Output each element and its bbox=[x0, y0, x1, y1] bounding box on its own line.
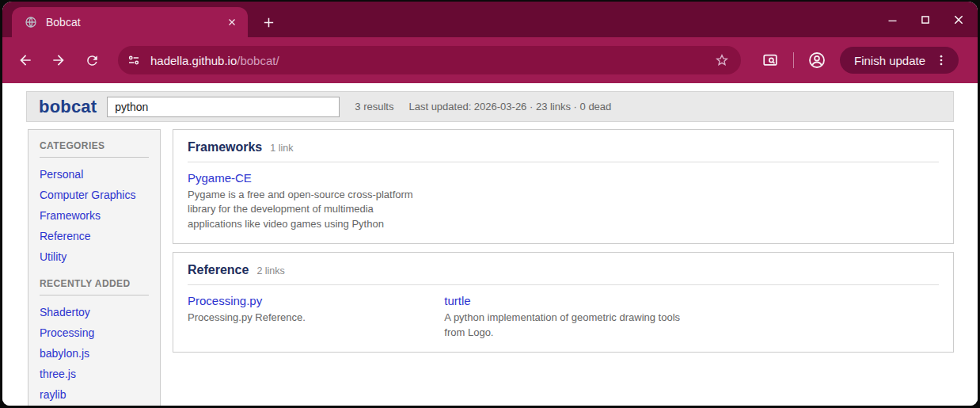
sidebar-item-babylonjs[interactable]: babylon.js bbox=[40, 343, 149, 364]
category-card-reference: Reference 2 links Processing.py Processi… bbox=[173, 252, 954, 353]
link-turtle[interactable]: turtle bbox=[444, 294, 470, 307]
sidebar-item-shadertoy[interactable]: Shadertoy bbox=[40, 302, 149, 322]
link-description: Processing.py Reference. bbox=[188, 311, 425, 325]
content-area: CATEGORIES Personal Computer Graphics Fr… bbox=[28, 129, 954, 406]
card-header: Frameworks 1 link bbox=[188, 140, 939, 154]
card-title: Reference bbox=[188, 263, 249, 277]
sidebar-item-reference[interactable]: Reference bbox=[40, 226, 149, 246]
close-window-icon[interactable] bbox=[952, 13, 965, 26]
results-list: Frameworks 1 link Pygame-CE Pygame is a … bbox=[173, 129, 954, 353]
page-content: bobcat 3 results Last updated: 2026-03-2… bbox=[2, 83, 978, 406]
menu-dots-icon[interactable] bbox=[932, 51, 951, 70]
profile-icon[interactable] bbox=[805, 48, 829, 72]
bookmark-star-icon[interactable] bbox=[714, 52, 730, 68]
back-icon[interactable] bbox=[12, 47, 39, 74]
link-description: A python implementation of geometric dra… bbox=[444, 311, 682, 340]
browser-tab[interactable]: Bobcat bbox=[12, 7, 248, 37]
link-entry-turtle: turtle A python implementation of geomet… bbox=[444, 294, 682, 340]
link-pygame-ce[interactable]: Pygame-CE bbox=[188, 171, 252, 185]
link-description: Pygame is a free and open-source cross-p… bbox=[188, 188, 425, 231]
sidebar-item-raylib[interactable]: raylib bbox=[40, 384, 149, 405]
card-title: Frameworks bbox=[188, 140, 262, 154]
sidebar-item-processing[interactable]: Processing bbox=[40, 322, 149, 343]
tune-icon[interactable] bbox=[127, 53, 141, 67]
tab-title: Bobcat bbox=[46, 16, 224, 29]
sidebar-heading-categories: CATEGORIES bbox=[40, 140, 149, 158]
url-text: hadella.github.io/bobcat/ bbox=[150, 54, 279, 67]
tab-close-icon[interactable] bbox=[224, 14, 240, 30]
tab-strip: Bobcat bbox=[2, 2, 978, 37]
side-search-icon[interactable] bbox=[758, 48, 782, 72]
card-divider bbox=[188, 162, 939, 162]
finish-update-label: Finish update bbox=[854, 54, 925, 67]
browser-window: Bobcat bbox=[2, 2, 978, 406]
globe-favicon-icon bbox=[25, 16, 37, 29]
url-path: /bobcat/ bbox=[237, 54, 279, 67]
link-processing-py[interactable]: Processing.py bbox=[188, 294, 262, 307]
sidebar-item-computer-graphics[interactable]: Computer Graphics bbox=[40, 185, 149, 205]
card-link-count: 2 links bbox=[256, 265, 284, 276]
url-host: hadella.github.io bbox=[150, 54, 237, 67]
card-entries: Pygame-CE Pygame is a free and open-sour… bbox=[188, 171, 939, 231]
sidebar-item-personal[interactable]: Personal bbox=[40, 164, 149, 185]
card-entries: Processing.py Processing.py Reference. t… bbox=[188, 294, 939, 340]
card-link-count: 1 link bbox=[270, 143, 293, 154]
sidebar-item-utility[interactable]: Utility bbox=[40, 246, 149, 267]
forward-icon[interactable] bbox=[45, 47, 72, 74]
sidebar-item-threejs[interactable]: three.js bbox=[40, 364, 149, 384]
new-tab-icon[interactable] bbox=[258, 12, 279, 32]
sidebar-item-frameworks[interactable]: Frameworks bbox=[40, 205, 149, 226]
window-controls bbox=[886, 2, 965, 37]
card-divider bbox=[188, 284, 939, 285]
search-input[interactable] bbox=[107, 97, 340, 117]
link-entry-processing-py: Processing.py Processing.py Reference. bbox=[188, 294, 425, 340]
maximize-icon[interactable] bbox=[919, 13, 932, 26]
category-card-frameworks: Frameworks 1 link Pygame-CE Pygame is a … bbox=[173, 129, 954, 244]
sidebar: CATEGORIES Personal Computer Graphics Fr… bbox=[28, 129, 161, 406]
card-header: Reference 2 links bbox=[188, 263, 939, 277]
minimize-icon[interactable] bbox=[886, 13, 898, 26]
toolbar-separator bbox=[793, 52, 794, 68]
browser-toolbar: hadella.github.io/bobcat/ bbox=[2, 37, 978, 83]
link-entry-pygame-ce: Pygame-CE Pygame is a free and open-sour… bbox=[188, 171, 425, 231]
status-text: Last updated: 2026-03-26 · 23 links · 0 … bbox=[408, 101, 611, 112]
reload-icon[interactable] bbox=[78, 47, 105, 74]
sidebar-heading-recently-added: RECENTLY ADDED bbox=[40, 278, 149, 296]
finish-update-button[interactable]: Finish update bbox=[840, 47, 959, 74]
site-header: bobcat 3 results Last updated: 2026-03-2… bbox=[26, 91, 954, 122]
site-logo: bobcat bbox=[39, 97, 97, 117]
results-count: 3 results bbox=[355, 101, 393, 112]
address-bar[interactable]: hadella.github.io/bobcat/ bbox=[118, 46, 741, 74]
